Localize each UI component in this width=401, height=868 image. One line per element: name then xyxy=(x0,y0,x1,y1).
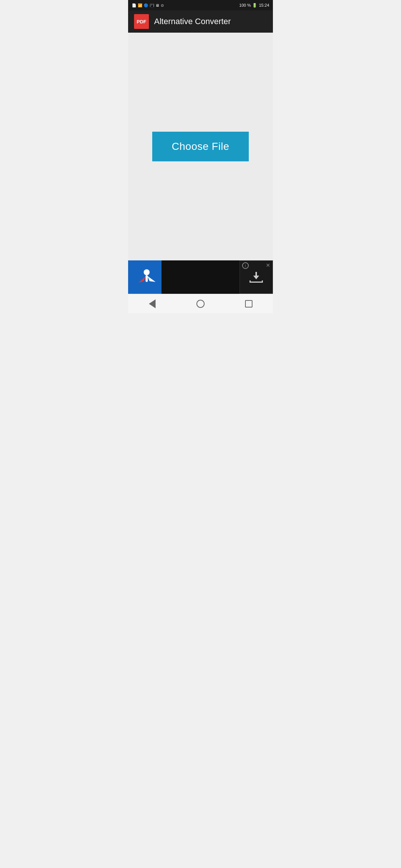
battery-icon: 🔋 xyxy=(252,3,257,8)
vibrate-status-icon: 📳 xyxy=(150,3,154,7)
home-icon xyxy=(196,300,205,308)
svg-point-0 xyxy=(144,269,150,275)
pdf-logo: PDF xyxy=(134,14,149,29)
recent-button[interactable] xyxy=(238,296,260,311)
nav-bar xyxy=(128,294,273,313)
back-icon xyxy=(149,299,156,308)
choose-file-button[interactable]: Choose File xyxy=(152,132,249,161)
ad-logo xyxy=(128,260,162,294)
chrome-status-icon: ⊙ xyxy=(161,3,164,7)
pdf-logo-text: PDF xyxy=(137,19,146,24)
recent-icon xyxy=(245,300,252,308)
status-bar: 📄 📶 🔵 📳 🖥 ⊙ 100 % 🔋 15:24 xyxy=(128,0,273,10)
battery-text: 100 % xyxy=(239,3,251,7)
ad-figure-icon xyxy=(136,268,154,286)
download-icon xyxy=(250,272,263,283)
status-left: 📄 📶 🔵 📳 🖥 ⊙ xyxy=(132,3,164,7)
ad-close-icon: ✕ xyxy=(266,262,270,268)
ad-middle xyxy=(162,260,239,294)
time-text: 15:24 xyxy=(259,3,269,7)
home-button[interactable] xyxy=(189,296,212,311)
ad-info-icon: i xyxy=(242,262,249,269)
status-right: 100 % 🔋 15:24 xyxy=(239,3,269,8)
app-title: Alternative Converter xyxy=(154,17,231,26)
screen-status-icon: 🖥 xyxy=(156,3,159,7)
bluetooth-status-icon: 🔵 xyxy=(144,3,148,7)
wifi-status-icon: 📶 xyxy=(138,3,142,7)
ad-figure-svg xyxy=(136,268,158,290)
ad-download-button[interactable]: i ✕ xyxy=(239,260,273,294)
app-bar: PDF Alternative Converter xyxy=(128,10,273,33)
ad-banner: i ✕ xyxy=(128,260,273,294)
back-button[interactable] xyxy=(141,296,163,311)
file-status-icon: 📄 xyxy=(132,3,136,7)
main-content: Choose File xyxy=(128,33,273,260)
svg-rect-1 xyxy=(146,275,148,282)
